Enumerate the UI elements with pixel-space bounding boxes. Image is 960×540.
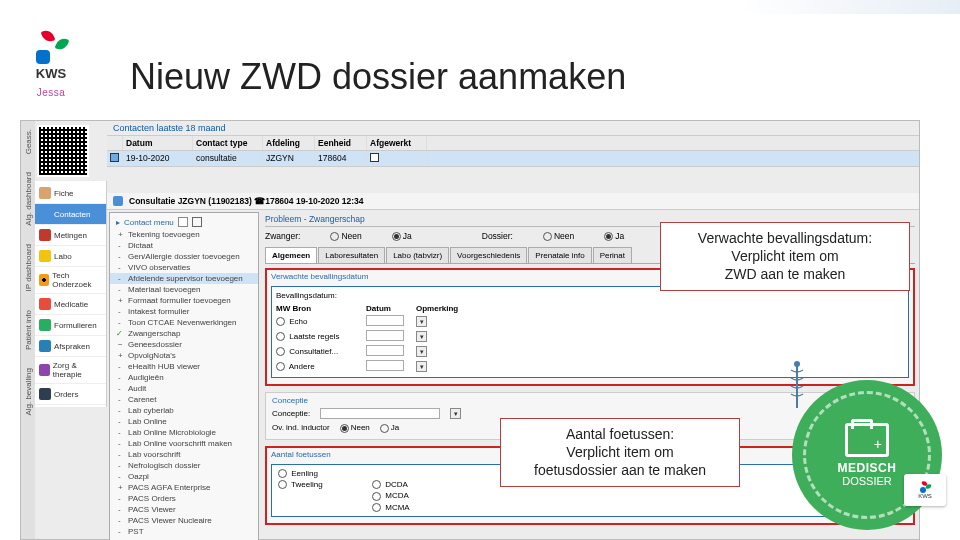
ctx-tekening-toevoegen[interactable]: Tekening toevoegen: [110, 229, 258, 240]
print-icon[interactable]: [192, 217, 202, 227]
row-andere[interactable]: Andere: [276, 362, 356, 371]
date-input-echo[interactable]: [366, 315, 406, 328]
context-menu-header[interactable]: Contact menu: [110, 215, 258, 229]
ctx-materiaal-toevoegen[interactable]: Materiaal toevoegen: [110, 284, 258, 295]
ctx-lab-online[interactable]: Lab Online: [110, 416, 258, 427]
radio-dossier-no[interactable]: Neen: [543, 231, 574, 241]
date-input-andere[interactable]: [366, 360, 406, 373]
ctx-pacs-viewer-nucleaire[interactable]: PACS Viewer Nucleaire: [110, 515, 258, 526]
ctx-lab-cyberlab[interactable]: Lab cyberlab: [110, 405, 258, 416]
tab-prenatale-info[interactable]: Prenatale info: [528, 247, 591, 263]
side-tab-3[interactable]: Patiënt info: [24, 310, 33, 350]
dd-andere[interactable]: [416, 361, 466, 372]
col-datum: Datum: [366, 304, 406, 313]
nav-item-contacten[interactable]: Contacten: [35, 204, 106, 225]
col-1: Datum: [123, 136, 193, 150]
dd-laatste[interactable]: [416, 331, 466, 342]
ico-met-icon: [39, 229, 51, 241]
radio-eenling[interactable]: Eenling: [278, 469, 358, 478]
tab-labo-tabvizr-[interactable]: Labo (tabvizr): [386, 247, 449, 263]
cell-1: 19-10-2020: [123, 151, 193, 166]
ctx-pacs-agfa-enterprise[interactable]: PACS AGFA Enterprise: [110, 482, 258, 493]
ctx-carenet[interactable]: Carenet: [110, 394, 258, 405]
ctx-toon-ctcae-nevenwerkingen[interactable]: Toon CTCAE Nevenwerkingen: [110, 317, 258, 328]
side-tab-2[interactable]: IP dashboard: [24, 244, 33, 291]
side-tab-1[interactable]: Alg. dashboard: [24, 172, 33, 226]
ctx-audit[interactable]: Audit: [110, 383, 258, 394]
nav-item-metingen[interactable]: Metingen: [35, 225, 106, 246]
ctx-zwangerschap[interactable]: Zwangerschap: [110, 328, 258, 339]
radio-dcda[interactable]: DCDA: [372, 480, 432, 489]
row-consult[interactable]: Consultatief...: [276, 347, 356, 356]
contact-detail-bar: Consultatie JZGYN (11902183) ☎178604 19-…: [107, 193, 919, 210]
left-nav: FicheContactenMetingenLaboTech Onderzoek…: [35, 181, 107, 407]
dd-echo[interactable]: [416, 316, 466, 327]
radio-tweeling[interactable]: Tweeling: [278, 480, 358, 489]
ctx-afdelende-supervisor-toevoegen[interactable]: Afdelende supervisor toevoegen: [110, 273, 258, 284]
ctx-pacs-viewer[interactable]: PACS Viewer: [110, 504, 258, 515]
date-input-laatste[interactable]: [366, 330, 406, 343]
nav-item-formulieren[interactable]: Formulieren: [35, 315, 106, 336]
mini-kws-card: KWS: [904, 474, 946, 506]
ctx-lab-online-voorschrift-maken[interactable]: Lab Online voorschrift maken: [110, 438, 258, 449]
kws-mini-icon: [919, 481, 931, 493]
ctx-pst[interactable]: PST: [110, 526, 258, 537]
nav-item-labo[interactable]: Labo: [35, 246, 106, 267]
side-tab-4[interactable]: Alg. bevalling: [24, 368, 33, 416]
conception-dropdown-icon[interactable]: [450, 408, 461, 419]
ctx-lab-online-microbiologie[interactable]: Lab Online Microbiologie: [110, 427, 258, 438]
nav-item-medicatie[interactable]: Medicatie: [35, 294, 106, 315]
ctx-intakest-formulier[interactable]: Intakest formulier: [110, 306, 258, 317]
ctx-audigie-n[interactable]: Audigieën: [110, 372, 258, 383]
conception-select[interactable]: [320, 408, 440, 419]
ctx-nefrologisch-dossier[interactable]: Nefrologisch dossier: [110, 460, 258, 471]
callout2-line1: Aantal foetussen:: [513, 425, 727, 443]
date-input-consult[interactable]: [366, 345, 406, 358]
dd-consult[interactable]: [416, 346, 466, 357]
contacts-grid-row[interactable]: 19-10-2020consultatieJZGYN178604: [107, 151, 919, 167]
ctx-lab-voorschrift[interactable]: Lab voorschrift: [110, 449, 258, 460]
col-3: Afdeling: [263, 136, 315, 150]
tab-laboresultaten[interactable]: Laboresultaten: [318, 247, 385, 263]
ctx-vivo-observaties[interactable]: VIVO observaties: [110, 262, 258, 273]
row-echo[interactable]: Echo: [276, 317, 356, 326]
conception-label: Conceptie:: [272, 409, 310, 418]
ctx-formaat-formulier-toevoegen[interactable]: Formaat formulier toevoegen: [110, 295, 258, 306]
aesculapius-icon: [784, 360, 810, 410]
radio-pregnant-no[interactable]: Neen: [330, 231, 361, 241]
ctx-opvolgnota-s[interactable]: OpvolgNota's: [110, 350, 258, 361]
badge-line1: MEDISCH: [838, 461, 897, 475]
ctx-geneesdossier[interactable]: Geneesdossier: [110, 339, 258, 350]
ctx-gen-allergie-dossier-toevoegen[interactable]: Gen/Allergie dossier toevoegen: [110, 251, 258, 262]
nav-item-orders[interactable]: Orders: [35, 384, 106, 405]
chevron-right-icon: [116, 218, 120, 227]
radio-dossier-yes[interactable]: Ja: [604, 231, 624, 241]
ctx-ehealth-hub-viewer[interactable]: eHealth HUB viewer: [110, 361, 258, 372]
ctx-oazpl[interactable]: Oazpl: [110, 471, 258, 482]
radio-pregnant-yes[interactable]: Ja: [392, 231, 412, 241]
done-checkbox[interactable]: [370, 153, 379, 162]
app-window: Geass.Alg. dashboardIP dashboardPatiënt …: [20, 120, 920, 540]
cell-3: JZGYN: [263, 151, 315, 166]
ico-afspr-icon: [39, 340, 51, 352]
callout-expected-delivery: Verwachte bevallingsdatum: Verplicht ite…: [660, 222, 910, 291]
context-menu-checkbox[interactable]: [178, 217, 188, 227]
nav-item-zorg-therapie[interactable]: Zorg & therapie: [35, 357, 106, 384]
row-laatste[interactable]: Laatste regels: [276, 332, 356, 341]
row-checkbox[interactable]: [110, 153, 119, 162]
radio-induction-no[interactable]: Neen: [340, 423, 370, 432]
nav-item-afspraken[interactable]: Afspraken: [35, 336, 106, 357]
nav-item-fiche[interactable]: Fiche: [35, 183, 106, 204]
nav-item-tech-onderzoek[interactable]: Tech Onderzoek: [35, 267, 106, 294]
ctx-pacs-orders[interactable]: PACS Orders: [110, 493, 258, 504]
col-5: Afgewerkt: [367, 136, 427, 150]
ctx-dictaat[interactable]: Dictaat: [110, 240, 258, 251]
radio-induction-yes[interactable]: Ja: [380, 423, 399, 432]
tab-perinat[interactable]: Perinat: [593, 247, 632, 263]
tab-voorgeschiedenis[interactable]: Voorgeschiedenis: [450, 247, 527, 263]
radio-mcma[interactable]: MCMA: [372, 503, 432, 512]
side-tab-0[interactable]: Geass.: [24, 129, 33, 154]
tab-algemeen[interactable]: Algemeen: [265, 247, 317, 263]
radio-mcda[interactable]: MCDA: [372, 491, 432, 500]
col-opmerking: Opmerking: [416, 304, 466, 313]
